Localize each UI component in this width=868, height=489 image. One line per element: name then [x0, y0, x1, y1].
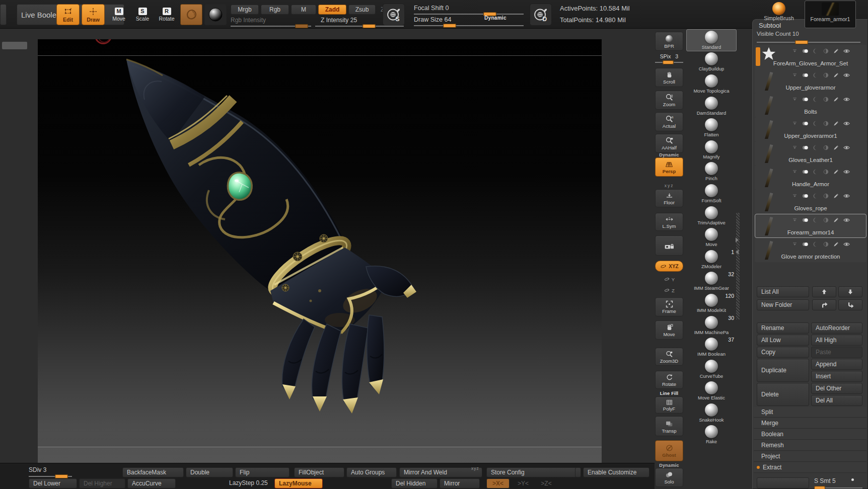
transparency-button[interactable]: Transp	[655, 416, 683, 436]
uv-moon-icon[interactable]	[812, 216, 820, 224]
brush-item[interactable]: 30 IMM MachinePa	[686, 314, 737, 337]
copy-button[interactable]: Copy	[757, 347, 809, 358]
frame-button[interactable]: MoveFrame	[655, 297, 683, 316]
zoom3d-button[interactable]: Zoom3D	[655, 348, 683, 366]
brush-item[interactable]: 1 ZModeler	[686, 249, 737, 271]
list-arrow-icon[interactable]	[791, 240, 799, 248]
list-arrow-icon[interactable]	[791, 216, 799, 224]
polypaint-toggle-icon[interactable]	[801, 96, 810, 103]
brush-item[interactable]: Magnify	[686, 139, 737, 161]
rotate-z-button[interactable]: Z	[655, 286, 683, 295]
visibility-eye-icon[interactable]	[842, 71, 851, 79]
subtool-name[interactable]: ForeArm_Gloves_Armor_Set	[755, 60, 866, 66]
store-config-button[interactable]: Store Config	[486, 467, 580, 477]
palette-splitter[interactable]	[736, 213, 740, 319]
uv-moon-icon[interactable]	[812, 144, 820, 151]
move-into-folder-button[interactable]	[838, 299, 862, 310]
draw-size-dynamic-flag[interactable]: Dynamic	[484, 15, 507, 21]
subtool-name[interactable]: Gloves_Leather1	[755, 157, 866, 163]
paint-pen-icon[interactable]	[832, 192, 840, 200]
subtool-row[interactable]: Bolts	[755, 93, 866, 117]
brush-item[interactable]: DamStandard	[686, 95, 737, 117]
alpha-picker-button[interactable]	[204, 4, 227, 25]
uv-moon-icon[interactable]	[812, 240, 820, 248]
paint-pen-icon[interactable]	[832, 216, 840, 224]
paint-pen-icon[interactable]	[832, 120, 840, 127]
move-view-button[interactable]: Move	[655, 320, 683, 340]
extract-button[interactable]: Extract	[754, 462, 866, 473]
list-arrow-icon[interactable]	[791, 96, 799, 103]
subtool-row[interactable]: Upper_gloverarmor	[755, 69, 866, 93]
paste-button[interactable]: Paste	[811, 347, 862, 358]
lazymouse-button[interactable]: LazyMouse	[274, 478, 323, 488]
subtool-name[interactable]: Upper_gloverarmor1	[755, 133, 866, 139]
zoom-button[interactable]: Zoom	[655, 91, 683, 110]
polypaint-toggle-icon[interactable]	[801, 240, 810, 248]
dynamic-size-dial-d[interactable]: D	[530, 4, 552, 26]
subtool-row[interactable]: Upper_gloverarmor1	[755, 117, 866, 141]
subtool-row[interactable]: Gloves_rope	[755, 190, 866, 214]
visibility-eye-icon[interactable]	[842, 240, 851, 248]
brush-item[interactable]: Move Topologica	[686, 73, 737, 95]
list-arrow-icon[interactable]	[791, 192, 799, 200]
brush-item[interactable]: 32 IMM SteamGear	[686, 271, 737, 293]
uv-moon-icon[interactable]	[812, 47, 820, 55]
duplicate-button[interactable]: Duplicate	[757, 359, 809, 382]
mirror-button[interactable]: Mirror	[440, 478, 480, 488]
subtool-row[interactable]: Gloves_Leather1	[755, 141, 866, 166]
new-folder-button[interactable]: New Folder	[757, 299, 809, 310]
scale-button[interactable]: S Scale	[131, 4, 154, 25]
mirror-y-button[interactable]: >Y<	[513, 478, 534, 488]
brush-item[interactable]: Move Elastic	[686, 380, 737, 402]
uv-moon-icon[interactable]	[812, 96, 820, 103]
paint-pen-icon[interactable]	[832, 144, 840, 151]
del-lower-button[interactable]: Del Lower	[29, 478, 77, 488]
z-intensity-slider[interactable]	[315, 26, 404, 27]
s-smt-slider[interactable]	[814, 487, 862, 488]
accucurve-button[interactable]: AccuCurve	[127, 478, 176, 488]
sculpt-model-gauntlet[interactable]	[38, 39, 602, 463]
del-all-button[interactable]: Del All	[811, 395, 862, 406]
uv-moon-icon[interactable]	[812, 192, 820, 200]
subtool-name[interactable]: Gloves_rope	[755, 205, 866, 211]
polypaint-toggle-icon[interactable]	[801, 192, 810, 200]
difference-icon[interactable]	[822, 120, 830, 127]
brush-item[interactable]: 37 IMM Boolean	[686, 336, 737, 358]
del-higher-button[interactable]: Del Higher	[79, 478, 125, 488]
list-arrow-icon[interactable]	[791, 71, 799, 79]
local-symmetry-button[interactable]: L.Sym	[655, 213, 683, 231]
polypaint-toggle-icon[interactable]	[801, 47, 810, 55]
rotate-xyz-button[interactable]: XYZ	[655, 261, 683, 272]
all-low-button[interactable]: All Low	[757, 335, 809, 346]
difference-icon[interactable]	[822, 144, 830, 151]
draw-size-dial-s[interactable]: S	[383, 4, 405, 26]
difference-icon[interactable]	[822, 71, 830, 79]
paint-pen-icon[interactable]	[832, 240, 840, 248]
quickpick-tool[interactable]: Forearm_armor1	[805, 1, 856, 28]
palette-collapse-icon[interactable]	[736, 250, 739, 255]
actual-button[interactable]: x1Actual	[655, 112, 683, 131]
palette-expand-icon[interactable]	[736, 237, 739, 242]
visibility-eye-icon[interactable]	[842, 96, 851, 103]
subtool-row[interactable]: Glove armor protection	[755, 238, 866, 262]
subtool-row[interactable]: Forearm_armor14	[755, 214, 866, 238]
rename-button[interactable]: Rename	[757, 322, 809, 334]
stroke-picker-button[interactable]	[180, 4, 202, 25]
difference-icon[interactable]	[822, 47, 830, 55]
subtool-name[interactable]: Bolts	[755, 109, 866, 115]
solo-button[interactable]: Solo	[655, 468, 683, 487]
brush-item[interactable]: TrimAdaptive	[686, 205, 737, 227]
brush-item[interactable]: SnakeHook	[686, 402, 737, 424]
visible-count-slider[interactable]	[757, 42, 860, 43]
visibility-eye-icon[interactable]	[842, 168, 851, 176]
all-high-button[interactable]: All High	[811, 335, 862, 346]
brush-item[interactable]: ClayBuildup	[686, 51, 737, 73]
mirror-x-button[interactable]: >X<	[486, 478, 510, 488]
split-button[interactable]: Split	[754, 407, 866, 418]
difference-icon[interactable]	[822, 96, 830, 103]
flip-button[interactable]: Flip	[235, 467, 290, 477]
boolean-button[interactable]: Boolean	[754, 429, 866, 440]
tray-handle[interactable]	[2, 42, 27, 49]
uv-moon-icon[interactable]	[812, 120, 820, 127]
polypaint-toggle-icon[interactable]	[801, 120, 810, 127]
